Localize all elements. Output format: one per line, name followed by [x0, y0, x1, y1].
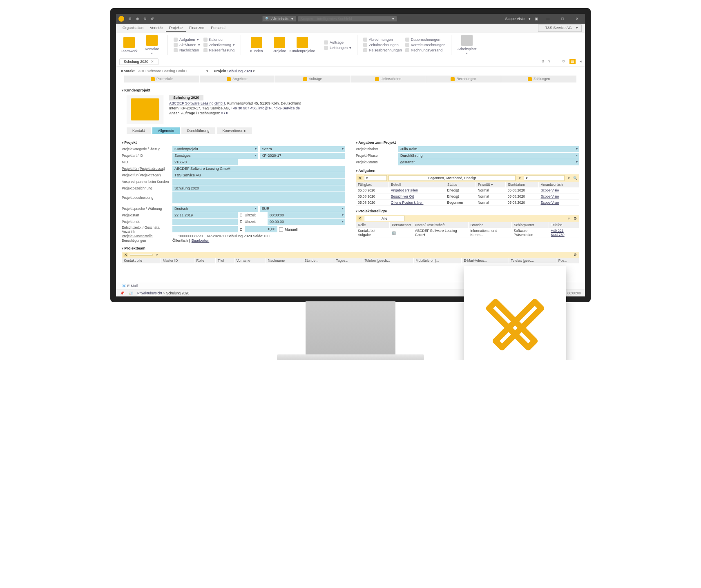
global-search[interactable]: ▾	[298, 16, 397, 22]
tab-allgemein[interactable]: Allgemein	[152, 127, 180, 134]
section-team[interactable]: Projektteam	[122, 246, 579, 250]
fld-art[interactable]: Sonstiges	[172, 153, 258, 159]
ribbon-korrekturrechnungen[interactable]: Korrekturrechnungen	[405, 42, 446, 47]
table-row[interactable]: 05.08.2020Besuch vor OrtErledigtNormal05…	[356, 193, 579, 199]
filter-chip[interactable]: ▾	[364, 175, 387, 181]
filter-chip[interactable]	[130, 254, 153, 256]
pin-icon[interactable]: 📌	[120, 291, 125, 295]
ribbon-dauerrechnungen[interactable]: Dauerrechnungen	[405, 37, 446, 42]
ribbon-kalender[interactable]: Kalender	[203, 37, 235, 42]
tb-icon[interactable]: ⊚	[143, 17, 147, 21]
fld-start-time[interactable]: 00:00:00	[268, 212, 345, 218]
menu-personal[interactable]: Personal	[208, 24, 229, 32]
calendar-icon[interactable]: 🗓	[239, 213, 243, 217]
context-kontakt[interactable]: ABC Software Leasing GmbH	[136, 69, 205, 73]
ribbon-kundenprojekte[interactable]: Kundenprojekte	[292, 35, 312, 55]
ribbon-arbeitsplatz[interactable]: Arbeitsplatz▾	[457, 35, 477, 55]
ribbon-auftraege[interactable]: Aufträge	[324, 40, 351, 45]
fld-entsch-date[interactable]	[172, 226, 238, 232]
ribbon-projekte[interactable]: Projekte	[270, 35, 289, 55]
fld-sprache[interactable]: Deutsch	[172, 206, 258, 212]
filter-icon[interactable]: ▿	[517, 176, 522, 180]
ribbon-rechnungsversand[interactable]: Rechnungsversand	[405, 48, 446, 53]
app-name[interactable]: Scope Visio	[505, 17, 525, 21]
tab-konvertieren[interactable]: Konvertieren ▸	[217, 127, 252, 134]
ribbon-reiseabrechnungen[interactable]: Reiseabrechnungen	[363, 48, 402, 53]
ribbon-teamwork[interactable]: Teamwork	[119, 35, 139, 55]
gear-icon[interactable]: ⚙	[573, 216, 578, 220]
phase-potenziale[interactable]: Potenziale	[124, 76, 200, 82]
ribbon-aufgaben[interactable]: Aufgaben ▾	[174, 37, 200, 42]
table-row[interactable]: Kontakt bei Aufgabe 🏢 ABCDEF Software Le…	[356, 228, 579, 238]
filter-icon[interactable]: ▿	[566, 216, 571, 220]
copy-icon[interactable]: ⧉	[542, 59, 544, 64]
tb-icon[interactable]: ↺	[151, 17, 154, 21]
help-icon[interactable]: ?	[548, 59, 550, 64]
fld-status[interactable]: gestartet	[398, 159, 579, 165]
org-selector[interactable]: T&S Service AG ▾	[538, 24, 582, 32]
app-orb-icon[interactable]	[118, 16, 124, 22]
grid-icon[interactable]: ▦	[569, 59, 576, 64]
tab-kontakt[interactable]: Kontakt	[127, 127, 151, 134]
refresh-icon[interactable]: ↻	[562, 59, 565, 64]
gear-icon[interactable]: ⚙	[573, 253, 578, 257]
window-minimize[interactable]: —	[542, 17, 553, 21]
company-link[interactable]: ABCDEF Software Leasing GmbH	[169, 101, 225, 105]
phase-zahlungen[interactable]: Zahlungen	[501, 76, 577, 82]
table-row[interactable]: 05.08.2020Offene Posten klärenBegonnenNo…	[356, 199, 579, 205]
phase-lieferscheine[interactable]: Lieferscheine	[350, 76, 426, 82]
fld-art-id[interactable]: KP-2020-17	[260, 153, 346, 159]
section-angaben[interactable]: Angaben zum Projekt	[356, 140, 579, 145]
ribbon-leistungen[interactable]: Leistungen ▾	[324, 45, 351, 50]
ribbon-reiseerfassung[interactable]: Reiseerfassung	[203, 48, 235, 53]
fld-adressat[interactable]: ABCDEF Software Leasing GmbH	[172, 166, 345, 172]
context-projekt[interactable]: Schulung 2020	[228, 69, 252, 73]
section-projekt[interactable]: Projekt	[122, 140, 345, 145]
ribbon-kunden[interactable]: Kunden	[247, 35, 266, 55]
phase-rechnungen[interactable]: Rechnungen	[426, 76, 502, 82]
menu-projekte[interactable]: Projekte	[166, 24, 186, 32]
fld-anzahl-h[interactable]: 0,00	[245, 226, 277, 232]
filter-alle[interactable]: Alle	[364, 216, 405, 221]
filter-close[interactable]: ✕	[357, 176, 362, 180]
fld-kategorie-2[interactable]: extern	[260, 146, 346, 152]
phase-angebote[interactable]: Angebote	[200, 76, 275, 82]
window-close[interactable]: ✕	[572, 17, 583, 21]
filter-icon[interactable]: ▿	[566, 176, 571, 180]
tb-icon[interactable]: ⊕	[136, 17, 139, 21]
doc-tab[interactable]: Schulung 2020✕	[119, 58, 159, 65]
ribbon-zeitabrechnungen[interactable]: Zeitabrechnungen	[363, 42, 402, 47]
toggle-icon[interactable]: ▣	[535, 17, 538, 21]
calendar-icon[interactable]: 🗓	[239, 220, 243, 224]
filter-status[interactable]: Begonnen, Anstehend, Erledigt	[388, 175, 516, 181]
fld-bezeichnung[interactable]: Schulung 2020	[172, 185, 345, 192]
search-input[interactable]	[301, 17, 391, 21]
filter-close[interactable]: ✕	[357, 216, 362, 220]
fld-traeger[interactable]: T&S Service AG	[172, 172, 345, 178]
crumb-overview[interactable]: Projektübersicht	[137, 291, 162, 295]
filter-icon[interactable]: ▿	[154, 253, 159, 257]
ribbon-nachrichten[interactable]: Nachrichten	[174, 48, 200, 53]
ribbon-aktivitaeten[interactable]: Aktivitäten ▾	[174, 42, 200, 47]
section-kundenprojekt[interactable]: Kundenprojekt	[122, 88, 579, 92]
phase-auftraege[interactable]: Aufträge	[275, 76, 350, 82]
menu-organisation[interactable]: Organisation	[119, 24, 147, 32]
fld-start[interactable]: 22.11.2019	[172, 212, 238, 218]
tel-link[interactable]: +49 30 987 456	[231, 106, 257, 110]
fld-ansprech[interactable]	[172, 179, 345, 185]
calendar-icon[interactable]: 🗓	[239, 227, 243, 232]
tab-durchfuehrung[interactable]: Durchführung	[181, 127, 215, 134]
chk-manuell[interactable]	[279, 227, 283, 232]
ribbon-kontakte[interactable]: Kontakte▾	[142, 35, 162, 55]
menu-vertrieb[interactable]: Vertrieb	[147, 24, 166, 32]
collapse-icon[interactable]: ◂	[580, 59, 582, 64]
filter-close[interactable]: ✕	[123, 253, 128, 257]
counts-link[interactable]: 0 / 0	[221, 111, 228, 115]
section-aufgaben[interactable]: Aufgaben	[356, 169, 579, 173]
fld-beschreibung[interactable]	[172, 192, 345, 203]
chart-icon[interactable]: 📊	[129, 291, 133, 295]
ribbon-zeiterfassung[interactable]: Zeiterfassung ▾	[203, 42, 235, 47]
window-maximize[interactable]: □	[557, 17, 568, 21]
fld-kategorie[interactable]: Kundenprojekt	[172, 146, 258, 152]
more-icon[interactable]: ⋯	[554, 59, 558, 64]
